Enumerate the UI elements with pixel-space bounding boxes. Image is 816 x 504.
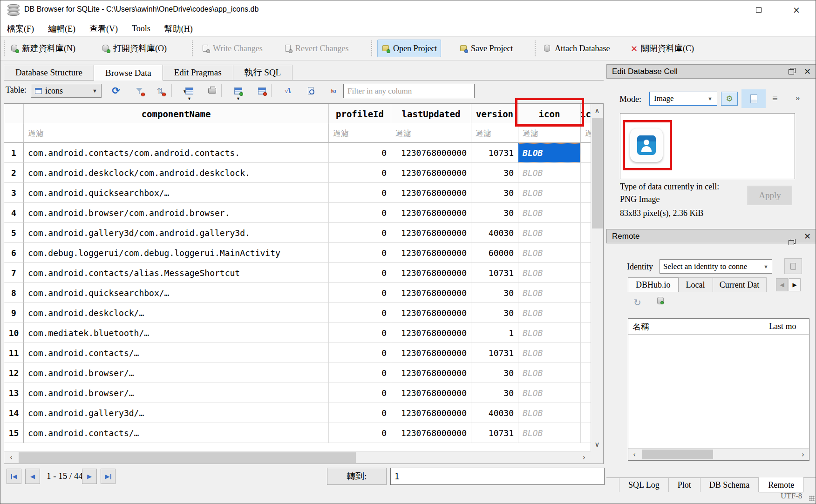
close-panel-icon[interactable]: ✕ bbox=[804, 67, 811, 76]
first-page-button[interactable]: ◀ bbox=[7, 469, 21, 484]
cell-lastUpdated[interactable]: 1230768000000 bbox=[391, 403, 471, 423]
open-database-button[interactable]: 打開資料庫(O) bbox=[98, 40, 170, 57]
cell-clipped[interactable] bbox=[581, 163, 591, 183]
cell-clipped[interactable] bbox=[581, 423, 591, 443]
cell-componentName[interactable]: com.android.browser/… bbox=[24, 363, 329, 383]
cell-clipped[interactable] bbox=[581, 263, 591, 283]
resize-grip[interactable] bbox=[809, 496, 815, 501]
maximize-button[interactable] bbox=[748, 0, 770, 20]
column-header-componentName[interactable]: componentName bbox=[24, 104, 329, 124]
menu-item[interactable]: 幫助(H) bbox=[157, 23, 200, 34]
cell-profileId[interactable]: 0 bbox=[329, 403, 391, 423]
cell-lastUpdated[interactable]: 1230768000000 bbox=[391, 323, 471, 343]
toolbar-overflow-button[interactable]: ›› bbox=[796, 94, 799, 103]
close-database-button[interactable]: ✕ 關閉資料庫(C) bbox=[627, 40, 698, 57]
cell-lastUpdated[interactable]: 1230768000000 bbox=[391, 383, 471, 403]
save-table-dropdown-arrow[interactable]: ▼ bbox=[187, 96, 191, 101]
dock-tab-remote[interactable]: Remote bbox=[759, 477, 803, 492]
cell-lastUpdated[interactable]: 1230768000000 bbox=[391, 283, 471, 303]
cell-componentName[interactable]: com.android.quicksearchbox/… bbox=[24, 283, 329, 303]
remote-tab-current-dat[interactable]: Current Dat bbox=[713, 277, 767, 292]
cell-profileId[interactable]: 0 bbox=[329, 303, 391, 323]
cell-lastUpdated[interactable]: 1230768000000 bbox=[391, 363, 471, 383]
cell-version[interactable]: 30 bbox=[471, 383, 518, 403]
new-database-button[interactable]: 新建資料庫(N) bbox=[7, 40, 79, 57]
row-number[interactable]: 1 bbox=[4, 143, 24, 163]
insert-record-dropdown-arrow[interactable]: ▼ bbox=[236, 96, 240, 101]
identity-select[interactable]: Select an identity to conne ▼ bbox=[660, 259, 772, 274]
column-header-ic[interactable]: ic bbox=[581, 104, 591, 124]
cell-clipped[interactable] bbox=[581, 243, 591, 263]
scroll-right-icon[interactable]: › bbox=[798, 449, 808, 460]
cell-profileId[interactable]: 0 bbox=[329, 263, 391, 283]
float-panel-icon[interactable] bbox=[789, 68, 795, 74]
remote-refresh-icon[interactable]: ↻ bbox=[633, 297, 641, 308]
cell-icon-blob[interactable]: BLOB bbox=[518, 243, 581, 263]
cell-profileId[interactable]: 0 bbox=[329, 423, 391, 443]
tab-database-structure[interactable]: Database Structure bbox=[4, 65, 94, 80]
row-number[interactable]: 13 bbox=[4, 383, 24, 403]
print-button[interactable] bbox=[206, 85, 218, 97]
cell-version[interactable]: 60000 bbox=[471, 243, 518, 263]
cell-icon-blob-selected[interactable]: BLOB bbox=[518, 143, 581, 163]
cell-clipped[interactable] bbox=[581, 203, 591, 223]
horizontal-scrollbar-thumb[interactable] bbox=[19, 452, 356, 463]
cell-componentName[interactable]: com.android.browser/com.android.browser. bbox=[24, 203, 329, 223]
column-header-icon[interactable]: icon bbox=[518, 104, 581, 124]
cell-profileId[interactable]: 0 bbox=[329, 163, 391, 183]
import-certificate-button[interactable] bbox=[784, 258, 802, 274]
close-panel-icon[interactable]: ✕ bbox=[804, 232, 811, 241]
cell-clipped[interactable] bbox=[581, 383, 591, 403]
cell-lastUpdated[interactable]: 1230768000000 bbox=[391, 343, 471, 363]
cell-clipped[interactable] bbox=[581, 223, 591, 243]
cell-profileId[interactable]: 0 bbox=[329, 183, 391, 203]
scroll-down-icon[interactable]: ∨ bbox=[591, 438, 603, 450]
tab-browse-data[interactable]: Browse Data bbox=[94, 65, 163, 81]
previous-page-button[interactable]: ◀ bbox=[25, 469, 40, 484]
cell-version[interactable]: 30 bbox=[471, 363, 518, 383]
float-panel-icon[interactable] bbox=[789, 239, 795, 245]
cell-icon-blob[interactable]: BLOB bbox=[518, 383, 581, 403]
cell-version[interactable]: 10731 bbox=[471, 343, 518, 363]
row-number[interactable]: 14 bbox=[4, 403, 24, 423]
cell-version[interactable]: 30 bbox=[471, 183, 518, 203]
cell-lastUpdated[interactable]: 1230768000000 bbox=[391, 183, 471, 203]
cell-clipped[interactable] bbox=[581, 283, 591, 303]
cell-profileId[interactable]: 0 bbox=[329, 143, 391, 163]
insert-record-button[interactable] bbox=[232, 85, 244, 97]
cell-componentName[interactable]: com.android.contacts/com.android.contact… bbox=[24, 143, 329, 163]
menu-item[interactable]: 編輯(E) bbox=[41, 23, 82, 34]
cell-icon-blob[interactable]: BLOB bbox=[518, 303, 581, 323]
cell-componentName[interactable]: com.android.contacts/… bbox=[24, 423, 329, 443]
auto-apply-button[interactable]: ⚙ bbox=[721, 92, 738, 106]
cell-version[interactable]: 30 bbox=[471, 163, 518, 183]
close-button[interactable]: × bbox=[785, 0, 808, 20]
cell-icon-blob[interactable]: BLOB bbox=[518, 423, 581, 443]
goto-button[interactable]: 轉到: bbox=[327, 468, 387, 485]
cell-icon-blob[interactable]: BLOB bbox=[518, 263, 581, 283]
save-table-button[interactable] bbox=[183, 85, 195, 97]
scroll-right-icon[interactable]: › bbox=[578, 451, 590, 464]
dock-tab-db-schema[interactable]: DB Schema bbox=[700, 478, 759, 492]
menu-item[interactable]: Tools bbox=[125, 24, 157, 34]
cell-lastUpdated[interactable]: 1230768000000 bbox=[391, 263, 471, 283]
tree-horizontal-scrollbar[interactable]: ‹ › bbox=[628, 448, 809, 460]
cell-profileId[interactable]: 0 bbox=[329, 243, 391, 263]
cell-profileId[interactable]: 0 bbox=[329, 283, 391, 303]
cell-icon-blob[interactable]: BLOB bbox=[518, 163, 581, 183]
row-number[interactable]: 8 bbox=[4, 283, 24, 303]
cell-clipped[interactable] bbox=[581, 323, 591, 343]
row-number[interactable]: 2 bbox=[4, 163, 24, 183]
cell-icon-blob[interactable]: BLOB bbox=[518, 283, 581, 303]
column-header-lastUpdated[interactable]: lastUpdated bbox=[391, 104, 471, 124]
remote-tab-dbhub-io[interactable]: DBHub.io bbox=[628, 277, 679, 292]
remote-database-tree[interactable]: 名稱 Last mo ‹ › bbox=[628, 318, 809, 461]
save-project-button[interactable]: Save Project bbox=[456, 40, 517, 57]
table-select[interactable]: icons ▼ bbox=[31, 84, 102, 98]
cell-lastUpdated[interactable]: 1230768000000 bbox=[391, 423, 471, 443]
cell-version[interactable]: 30 bbox=[471, 303, 518, 323]
vertical-scrollbar-thumb[interactable] bbox=[592, 118, 603, 228]
cell-componentName[interactable]: com.android.gallery3d/com.android.galler… bbox=[24, 223, 329, 243]
font-settings-button[interactable]: ⁴A bbox=[282, 85, 294, 97]
row-number[interactable]: 12 bbox=[4, 363, 24, 383]
